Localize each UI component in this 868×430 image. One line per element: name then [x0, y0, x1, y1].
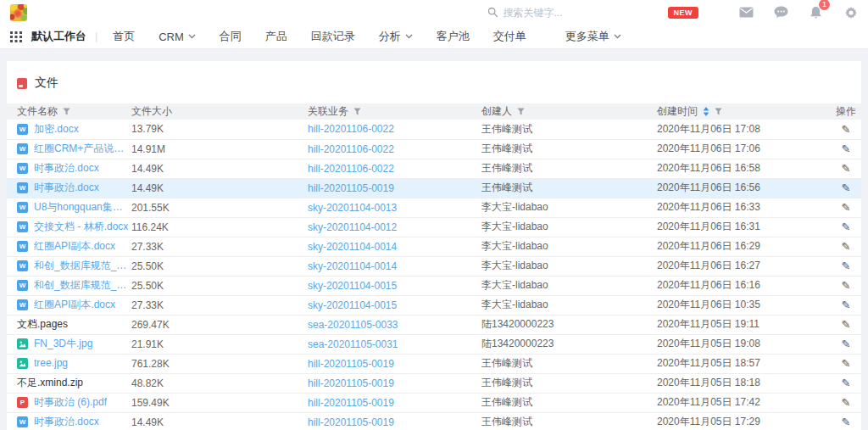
related-business-link[interactable]: hill-20201105-0019 [308, 397, 394, 409]
edit-icon[interactable]: ✎ [842, 240, 851, 253]
creator: 王伟峰测试 [481, 357, 532, 369]
table-row[interactable]: W红圈CRM+产品说明201901_前端...14.91Mhill-202011… [7, 139, 861, 159]
edit-icon[interactable]: ✎ [842, 338, 851, 350]
file-name-link[interactable]: tree.jpg [34, 357, 68, 369]
related-business-link[interactable]: sky-20201104-0014 [308, 260, 397, 272]
nav-item-分析[interactable]: 分析 [367, 25, 425, 48]
nav-item-交付单[interactable]: 交付单 [481, 25, 538, 48]
related-business-link[interactable]: sea-20201105-0031 [308, 338, 398, 350]
created-time: 2020年11月06日 16:56 [657, 181, 760, 193]
nav-item-更多菜单[interactable]: 更多菜单 [554, 25, 633, 48]
table-row[interactable]: W红圈API副本.docx27.33Ksky-20201104-0014李大宝-… [7, 237, 861, 256]
file-name-link[interactable]: 时事政治 (6).pdf [34, 395, 107, 410]
file-name-link[interactable]: U8与hongquan集成方案.docx [34, 200, 131, 215]
edit-icon[interactable]: ✎ [842, 201, 851, 214]
nav-item-回款记录[interactable]: 回款记录 [299, 25, 367, 48]
workspace-switcher[interactable]: 默认工作台 [31, 29, 86, 44]
related-business-link[interactable]: sky-20201104-0013 [308, 202, 397, 214]
gear-icon[interactable] [843, 5, 858, 20]
related-business-link[interactable]: hill-20201106-0022 [308, 163, 394, 175]
edit-icon[interactable]: ✎ [842, 377, 851, 389]
file-name-link[interactable]: 红圈CRM+产品说明201901_前端... [34, 142, 131, 156]
edit-icon[interactable]: ✎ [842, 142, 851, 155]
created-time: 2020年11月05日 18:18 [657, 377, 760, 388]
filter-icon[interactable] [517, 108, 525, 115]
related-business-link[interactable]: sky-20201104-0012 [308, 221, 397, 233]
file-name-link[interactable]: 和创_数据库规范_20171124.doc [34, 259, 131, 273]
filter-icon[interactable] [63, 108, 70, 115]
column-header[interactable]: 创建人 [481, 103, 657, 120]
file-name: 不足.xmind.zip [17, 376, 83, 390]
sort-icon[interactable] [703, 107, 709, 116]
table-row[interactable]: 不足.xmind.zip48.82Khill-20201105-0019王伟峰测… [7, 373, 861, 393]
search-box[interactable] [487, 7, 644, 19]
edit-icon[interactable]: ✎ [842, 221, 851, 233]
chat-icon[interactable] [774, 5, 788, 20]
file-name-link[interactable]: 和创_数据库规范_20171124.doc [34, 278, 131, 293]
related-business-link[interactable]: sky-20201104-0014 [308, 241, 397, 253]
bell-icon[interactable]: 1 [809, 5, 823, 20]
table-row[interactable]: P时事政治 (6).pdf159.49Khill-20201105-0019王伟… [7, 393, 861, 412]
new-badge[interactable]: NEW [668, 7, 699, 19]
edit-icon[interactable]: ✎ [842, 357, 851, 370]
edit-icon[interactable]: ✎ [842, 123, 851, 136]
edit-icon[interactable]: ✎ [842, 181, 851, 194]
file-size: 14.49K [131, 163, 164, 175]
edit-icon[interactable]: ✎ [842, 318, 851, 331]
app-logo[interactable] [10, 4, 27, 21]
file-name-link[interactable]: 红圈API副本.docx [34, 298, 115, 312]
edit-icon[interactable]: ✎ [842, 299, 851, 311]
related-business-link[interactable]: hill-20201105-0019 [308, 377, 394, 389]
file-name-link[interactable]: 时事政治.docx [34, 161, 99, 176]
file-name-link[interactable]: 时事政治.docx [34, 181, 99, 195]
table-row[interactable]: FN_3D牛.jpg21.91Ksea-20201105-0031陆134200… [7, 334, 861, 354]
table-row[interactable]: W加密.docx13.79Khill-20201106-0022王伟峰测试202… [7, 120, 861, 139]
created-time: 2020年11月05日 18:57 [657, 357, 760, 369]
edit-icon[interactable]: ✎ [842, 279, 851, 292]
table-row[interactable]: W和创_数据库规范_20171124.doc25.50Ksky-20201104… [7, 276, 861, 295]
related-business-link[interactable]: hill-20201105-0019 [308, 358, 394, 370]
related-business-link[interactable]: hill-20201106-0022 [308, 143, 394, 155]
table-row[interactable]: WU8与hongquan集成方案.docx201.55Ksky-20201104… [7, 198, 861, 217]
table-row[interactable]: W时事政治.docx14.49Khill-20201105-0019王伟峰测试2… [7, 412, 861, 430]
file-size: 269.47K [131, 319, 170, 331]
related-business-link[interactable]: sky-20201104-0015 [308, 299, 397, 311]
edit-icon[interactable]: ✎ [842, 416, 851, 428]
edit-icon[interactable]: ✎ [842, 260, 851, 272]
table-row[interactable]: tree.jpg761.28Khill-20201105-0019王伟峰测试20… [7, 354, 861, 373]
nav-item-首页[interactable]: 首页 [101, 25, 147, 48]
filter-icon[interactable] [353, 108, 361, 115]
table-row[interactable]: W时事政治.docx14.49Khill-20201105-0019王伟峰测试2… [7, 178, 861, 198]
word-file-icon: W [17, 163, 28, 174]
created-time: 2020年11月06日 16:58 [657, 162, 760, 174]
related-business-link[interactable]: sea-20201105-0033 [308, 319, 398, 331]
file-name-link[interactable]: 加密.docx [34, 122, 79, 137]
apps-grid-icon[interactable] [10, 31, 23, 43]
related-business-link[interactable]: sky-20201104-0015 [308, 280, 397, 292]
related-business-link[interactable]: hill-20201106-0022 [308, 123, 394, 135]
filter-icon[interactable] [715, 108, 722, 115]
file-name-link[interactable]: 交接文档 - 林桥.docx [34, 220, 128, 234]
column-header[interactable]: 关联业务 [308, 103, 481, 120]
edit-icon[interactable]: ✎ [842, 396, 851, 409]
table-row[interactable]: W交接文档 - 林桥.docx116.24Ksky-20201104-0012李… [7, 217, 861, 237]
column-header[interactable]: 创建时间 [657, 103, 831, 120]
nav-item-CRM[interactable]: CRM [147, 25, 208, 48]
nav-item-产品[interactable]: 产品 [253, 25, 299, 48]
table-row[interactable]: 文档.pages269.47Ksea-20201105-0033陆1342000… [7, 315, 861, 334]
table-row[interactable]: W红圈API副本.docx27.33Ksky-20201104-0015李大宝-… [7, 295, 861, 315]
table-row[interactable]: W和创_数据库规范_20171124.doc25.50Ksky-20201104… [7, 256, 861, 276]
file-size: 25.50K [131, 260, 164, 272]
search-input[interactable] [504, 7, 631, 19]
related-business-link[interactable]: hill-20201105-0019 [308, 416, 394, 428]
file-name-link[interactable]: 时事政治.docx [34, 415, 99, 429]
nav-item-合同[interactable]: 合同 [208, 25, 253, 48]
nav-item-客户池[interactable]: 客户池 [425, 25, 481, 48]
mail-icon[interactable] [739, 5, 754, 20]
table-row[interactable]: W时事政治.docx14.49Khill-20201106-0022王伟峰测试2… [7, 159, 861, 178]
related-business-link[interactable]: hill-20201105-0019 [308, 182, 394, 194]
edit-icon[interactable]: ✎ [842, 162, 851, 175]
file-name-link[interactable]: FN_3D牛.jpg [34, 337, 92, 351]
file-name-link[interactable]: 红圈API副本.docx [34, 239, 115, 254]
column-header[interactable]: 文件名称 [7, 103, 131, 120]
